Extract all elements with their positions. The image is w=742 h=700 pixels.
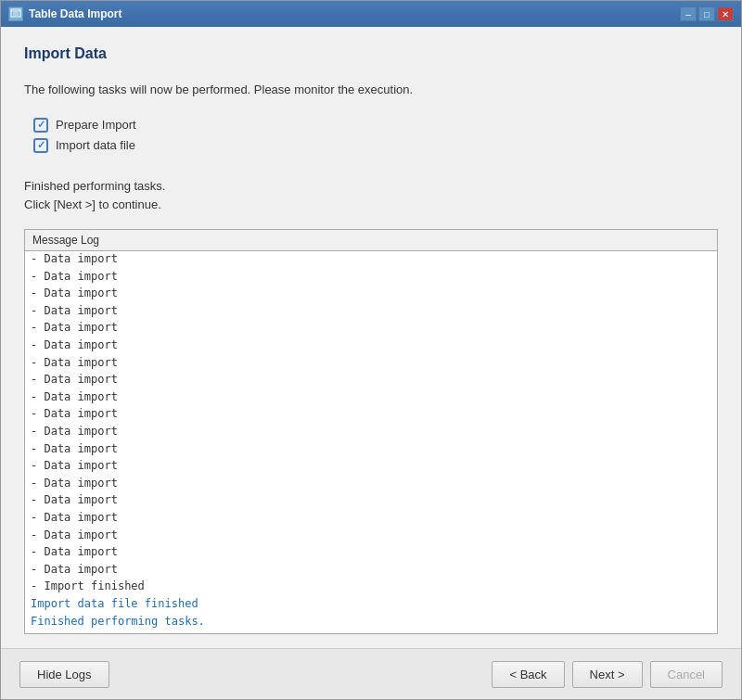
- log-entry: - Data import: [31, 319, 711, 337]
- footer: Hide Logs < Back Next > Cancel: [1, 648, 741, 699]
- task-item-import: Import data file: [33, 138, 718, 153]
- task-checkbox-import: [33, 138, 48, 153]
- log-entry: - Data import: [31, 354, 711, 372]
- footer-right: < Back Next > Cancel: [492, 661, 723, 688]
- log-entry: Finished performing tasks.: [31, 613, 711, 630]
- log-entry: - Data import: [31, 388, 711, 406]
- window-icon: [8, 6, 23, 21]
- footer-left: Hide Logs: [19, 661, 109, 688]
- log-entry: Import data file finished: [31, 595, 711, 613]
- message-log-content[interactable]: - Data import- Data import- Data import-…: [25, 251, 717, 633]
- log-entry: - Data import: [31, 457, 711, 475]
- status-line1: Finished performing tasks.: [24, 177, 718, 197]
- content-area: Import Data The following tasks will now…: [1, 27, 741, 648]
- task-label-prepare: Prepare Import: [56, 118, 136, 132]
- log-entry: - Data import: [31, 561, 711, 579]
- log-entry: - Data import: [31, 268, 711, 286]
- title-bar-controls: – □ ✕: [680, 6, 734, 21]
- main-window: Table Data Import – □ ✕ Import Data The …: [0, 0, 742, 700]
- log-entry: - Data import: [31, 423, 711, 440]
- next-button[interactable]: Next >: [572, 661, 643, 688]
- log-entry: - Data import: [31, 285, 711, 302]
- log-entry: - Data import: [31, 251, 711, 268]
- task-checkbox-prepare: [33, 118, 48, 133]
- minimize-button[interactable]: –: [680, 6, 697, 21]
- message-log-section: Message Log - Data import- Data import- …: [24, 229, 718, 634]
- status-line2: Click [Next >] to continue.: [24, 196, 718, 215]
- log-entry: - Data import: [31, 475, 711, 492]
- log-entry: - Data import: [31, 543, 711, 561]
- title-bar: Table Data Import – □ ✕: [1, 1, 741, 27]
- status-text: Finished performing tasks. Click [Next >…: [24, 177, 718, 216]
- window-title: Table Data Import: [29, 7, 122, 20]
- log-entry: - Data import: [31, 371, 711, 388]
- task-label-import: Import data file: [56, 138, 135, 152]
- description-text: The following tasks will now be performe…: [24, 81, 718, 99]
- log-entry: - Data import: [31, 337, 711, 354]
- tasks-list: Prepare Import Import data file: [24, 118, 718, 159]
- log-entry: - Data import: [31, 440, 711, 458]
- cancel-button[interactable]: Cancel: [650, 661, 723, 688]
- task-item-prepare: Prepare Import: [33, 118, 718, 133]
- message-log-header: Message Log: [25, 230, 717, 251]
- back-button[interactable]: < Back: [492, 661, 564, 688]
- log-entry: - Data import: [31, 527, 711, 544]
- log-entry: - Data import: [31, 405, 711, 423]
- hide-logs-button[interactable]: Hide Logs: [19, 661, 109, 688]
- close-button[interactable]: ✕: [717, 6, 734, 21]
- page-title: Import Data: [24, 45, 718, 62]
- log-entry: - Data import: [31, 302, 711, 320]
- log-entry: - Data import: [31, 491, 711, 509]
- title-bar-left: Table Data Import: [8, 6, 122, 21]
- log-entry: - Import finished: [31, 578, 711, 595]
- maximize-button[interactable]: □: [698, 6, 715, 21]
- log-entry: - Data import: [31, 509, 711, 527]
